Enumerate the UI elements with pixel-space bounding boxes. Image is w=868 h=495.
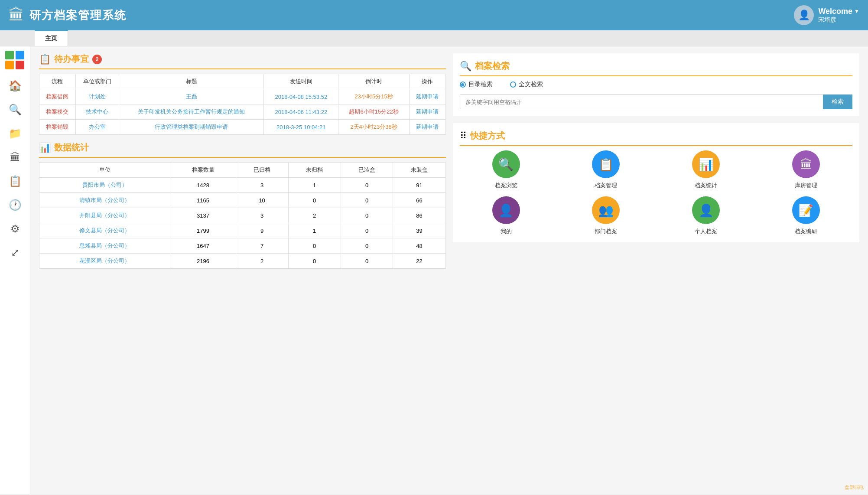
- pending-dept[interactable]: 计划处: [75, 89, 119, 104]
- search-underline: [460, 75, 853, 76]
- search-input-row: 检索: [460, 94, 853, 109]
- sidebar-search-icon[interactable]: 🔍: [4, 99, 26, 120]
- shortcuts-underline: [460, 145, 853, 146]
- pending-title[interactable]: 关于印发机关公务接待工作暂行规定的通知: [119, 104, 263, 120]
- sidebar-folder-icon[interactable]: 📁: [4, 123, 26, 144]
- pending-badge: 2: [92, 55, 102, 64]
- stats-unit[interactable]: 息烽县局（分公司）: [39, 238, 170, 254]
- shortcut-item-5[interactable]: 👥 部门档案: [559, 196, 653, 235]
- shortcuts-header: ⠿ 快捷方式: [460, 130, 853, 142]
- stats-unit[interactable]: 修文县局（分公司）: [39, 223, 170, 238]
- shortcut-icon-4: 👤: [492, 196, 520, 224]
- shortcut-label-1: 档案管理: [595, 182, 617, 189]
- stats-unit[interactable]: 开阳县局（分公司）: [39, 208, 170, 223]
- shortcuts-section: ⠿ 快捷方式 🔍 档案浏览 📋 档案管理 📊 档案统计 🏛 库房管理 👤 我的 …: [453, 123, 860, 242]
- welcome-block[interactable]: Welcome ▼ 宋培彦: [818, 7, 859, 24]
- search-header: 🔍 档案检索: [460, 60, 853, 72]
- shortcut-label-4: 我的: [501, 228, 512, 235]
- shortcut-item-0[interactable]: 🔍 档案浏览: [460, 150, 553, 189]
- radio-fulltext-dot: [510, 81, 516, 88]
- stats-underline: [39, 157, 446, 158]
- color-block-blue: [16, 51, 24, 59]
- col-dept: 单位或部门: [75, 74, 119, 89]
- stats-archived: 2: [236, 254, 288, 269]
- pending-row: 档案借阅 计划处 王磊 2018-04-08 15:53:52 23小时5分15…: [39, 89, 446, 104]
- sidebar: 🏠 🔍 📁 🏛 📋 🕐 ⚙ ⤢: [0, 46, 30, 494]
- pending-title[interactable]: 行政管理类档案到期销毁申请: [119, 120, 263, 135]
- sidebar-clock-icon[interactable]: 🕐: [4, 194, 26, 216]
- stats-col-unit: 单位: [39, 163, 170, 178]
- pending-action[interactable]: 延期申请: [409, 120, 445, 135]
- pending-action[interactable]: 延期申请: [409, 104, 445, 120]
- col-countdown: 倒计时: [338, 74, 410, 89]
- col-sendtime: 发送时间: [264, 74, 338, 89]
- pending-countdown: 2天4小时23分38秒: [338, 120, 410, 135]
- pending-process: 档案借阅: [39, 89, 76, 104]
- pending-title: 待办事宜: [54, 53, 89, 65]
- statistics-header: 📊 数据统计: [39, 142, 446, 153]
- shortcut-label-2: 档案统计: [695, 182, 717, 189]
- stats-boxed: 0: [341, 254, 393, 269]
- stats-row: 清镇市局（分公司） 1165 10 0 0 66: [39, 193, 446, 208]
- shortcut-icon-3: 🏛: [792, 150, 820, 178]
- sidebar-expand-icon[interactable]: ⤢: [4, 242, 26, 264]
- stats-col-archived: 已归档: [236, 163, 288, 178]
- shortcuts-icon: ⠿: [460, 130, 467, 142]
- shortcut-label-7: 档案编研: [795, 228, 817, 235]
- shortcut-item-1[interactable]: 📋 档案管理: [559, 150, 653, 189]
- shortcut-label-6: 个人档案: [695, 228, 717, 235]
- stats-total: 3137: [170, 208, 236, 223]
- shortcut-label-5: 部门档案: [595, 228, 617, 235]
- radio-catalog-label: 目录检索: [468, 81, 493, 88]
- stats-total: 1165: [170, 193, 236, 208]
- shortcut-item-3[interactable]: 🏛 库房管理: [759, 150, 852, 189]
- stats-unboxed: 22: [393, 254, 445, 269]
- pending-sendtime: 2018-04-08 15:53:52: [264, 89, 338, 104]
- sidebar-home-icon[interactable]: 🏠: [4, 75, 26, 97]
- stats-unarchived: 1: [288, 223, 341, 238]
- logo-icon: 🏛: [9, 6, 24, 24]
- pending-sendtime: 2018-3-25 10:04:21: [264, 120, 338, 135]
- sidebar-building-icon[interactable]: 🏛: [4, 147, 26, 168]
- stats-unit[interactable]: 花溪区局（分公司）: [39, 254, 170, 269]
- pending-table: 流程 单位或部门 标题 发送时间 倒计时 操作 档案借阅 计划处 王磊 2018…: [39, 74, 446, 135]
- search-input[interactable]: [460, 94, 823, 109]
- pending-countdown: 超期6小时15分22秒: [338, 104, 410, 120]
- radio-fulltext-label: 全文检索: [519, 81, 543, 88]
- shortcut-icon-0: 🔍: [492, 150, 520, 178]
- stats-unit[interactable]: 贵阳市局（公司）: [39, 178, 170, 193]
- stats-boxed: 0: [341, 193, 393, 208]
- stats-unit[interactable]: 清镇市局（分公司）: [39, 193, 170, 208]
- tab-home[interactable]: 主页: [35, 30, 68, 46]
- shortcut-item-2[interactable]: 📊 档案统计: [660, 150, 753, 189]
- shortcuts-title: 快捷方式: [470, 130, 505, 142]
- sidebar-settings-icon[interactable]: ⚙: [4, 218, 26, 240]
- shortcut-icon-7: 📝: [792, 196, 820, 224]
- dropdown-arrow-icon[interactable]: ▼: [854, 8, 859, 14]
- radio-fulltext[interactable]: 全文检索: [510, 81, 543, 88]
- shortcut-item-6[interactable]: 👤 个人档案: [660, 196, 753, 235]
- stats-unarchived: 0: [288, 193, 341, 208]
- shortcut-icon-1: 📋: [592, 150, 620, 178]
- pending-dept[interactable]: 技术中心: [75, 104, 119, 120]
- shortcut-item-4[interactable]: 👤 我的: [460, 196, 553, 235]
- stats-boxed: 0: [341, 223, 393, 238]
- header-right[interactable]: 👤 Welcome ▼ 宋培彦: [794, 5, 859, 25]
- pending-title[interactable]: 王磊: [119, 89, 263, 104]
- username-text: 宋培彦: [818, 16, 859, 24]
- pending-countdown: 23小时5分15秒: [338, 89, 410, 104]
- sidebar-document-icon[interactable]: 📋: [4, 170, 26, 192]
- pending-dept[interactable]: 办公室: [75, 120, 119, 135]
- radio-catalog[interactable]: 目录检索: [460, 81, 493, 88]
- stats-row: 开阳县局（分公司） 3137 3 2 0 86: [39, 208, 446, 223]
- pending-section: 📋 待办事宜 2 流程 单位或部门 标题 发送时间 倒计时 操作: [39, 53, 446, 135]
- pending-action[interactable]: 延期申请: [409, 89, 445, 104]
- stats-title: 数据统计: [54, 142, 89, 153]
- app-title: 研方档案管理系统: [29, 8, 127, 23]
- search-button[interactable]: 检索: [823, 94, 852, 109]
- color-blocks: [5, 51, 25, 69]
- shortcut-icon-5: 👥: [592, 196, 620, 224]
- shortcut-item-7[interactable]: 📝 档案编研: [759, 196, 852, 235]
- stats-archived: 3: [236, 208, 288, 223]
- shortcut-icon-6: 👤: [692, 196, 720, 224]
